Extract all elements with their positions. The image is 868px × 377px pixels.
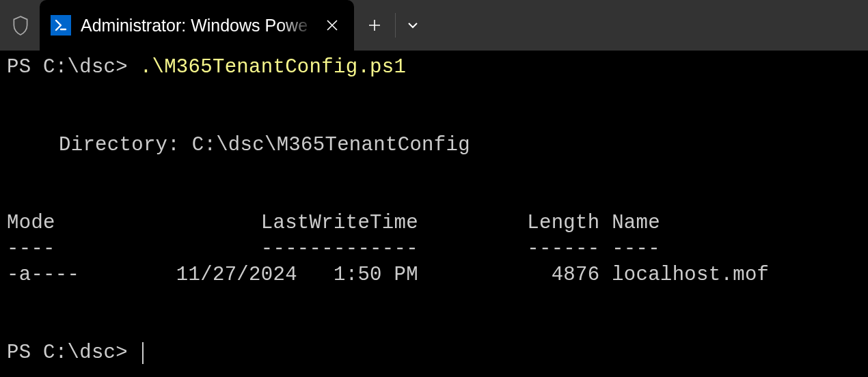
cursor [142,342,144,364]
command-text: .\M365TenantConfig.ps1 [140,56,406,79]
header-mode: Mode [7,212,55,234]
sep-length: ------ [527,238,599,260]
prompt-text: PS C:\dsc> [7,341,140,364]
prompt-line-2: PS C:\dsc> [7,340,861,366]
tab-powershell[interactable]: Administrator: Windows Powe [40,0,354,51]
header-length: Length [527,212,599,234]
tab-title-wrap: Administrator: Windows Powe [81,16,314,36]
directory-line: Directory: C:\dsc\M365TenantConfig [7,132,861,158]
sep-lastwrite: ------------- [261,238,418,260]
prompt-text: PS C:\dsc> [7,56,140,79]
blank-line [7,288,861,314]
file-date: 11/27/2024 [176,264,297,286]
file-time: 1:50 PM [334,264,418,286]
file-mode: -a---- [7,264,79,286]
header-lastwrite: LastWriteTime [261,212,418,234]
blank-line [7,81,861,107]
close-tab-button[interactable] [321,14,343,36]
file-length: 4876 [552,264,600,286]
tab-title: Administrator: Windows Powe [81,16,314,36]
blank-line [7,158,861,184]
tab-dropdown-button[interactable] [396,0,430,51]
blank-line [7,314,861,340]
title-bar: Administrator: Windows Powe [0,0,868,51]
blank-line [7,184,861,210]
terminal-output[interactable]: PS C:\dsc> .\M365TenantConfig.ps1 Direct… [0,51,868,370]
sep-name: ---- [612,238,660,260]
blank-line [7,107,861,132]
header-row: Mode LastWriteTime Length Name [7,210,861,236]
sep-mode: ---- [7,238,55,260]
shield-icon [10,13,31,38]
separator-row: ---- ------------- ------ ---- [7,236,861,262]
new-tab-button[interactable] [354,0,395,51]
file-row: -a---- 11/27/2024 1:50 PM 4876 localhost… [7,262,861,288]
powershell-icon [51,15,71,36]
directory-path: C:\dsc\M365TenantConfig [192,134,470,156]
header-name: Name [612,212,660,234]
directory-label: Directory: [59,134,192,156]
prompt-line: PS C:\dsc> .\M365TenantConfig.ps1 [7,55,861,81]
file-name: localhost.mof [612,264,769,286]
